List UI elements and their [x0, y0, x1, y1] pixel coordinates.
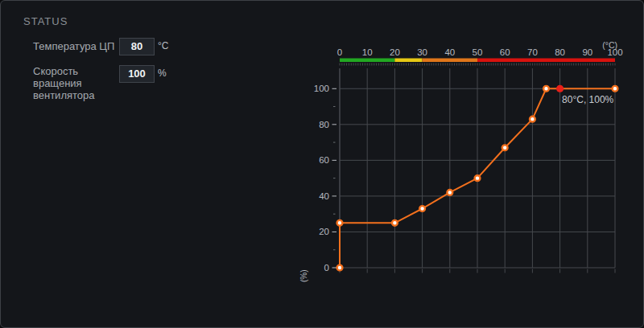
y-tick-label: 100: [314, 84, 329, 93]
fan-curve-point[interactable]: [447, 190, 452, 195]
fan-curve-chart: 0102030405060708090100020406080100(°C)(%…: [291, 33, 637, 306]
x-tick-label: 40: [444, 47, 455, 57]
fan-speed-value: 100: [119, 65, 155, 83]
cpu-temperature-value: 80: [119, 38, 155, 55]
fan-curve-point[interactable]: [613, 86, 618, 92]
x-tick-label: 50: [473, 47, 483, 57]
status-panel-title: STATUS: [23, 15, 68, 27]
x-axis-unit-label: (°C): [602, 40, 617, 50]
fan-curve-point[interactable]: [419, 206, 425, 211]
fan-speed-unit: %: [158, 68, 167, 79]
temperature-band-segment: [394, 59, 422, 63]
fan-curve-point[interactable]: [392, 220, 398, 226]
current-temperature-dot: [556, 85, 564, 92]
x-tick-label: 20: [390, 47, 400, 57]
y-tick-label: 80: [319, 120, 329, 129]
fan-curve-point[interactable]: [530, 117, 535, 122]
x-tick-label: 10: [362, 47, 373, 57]
fan-curve-point[interactable]: [475, 175, 481, 181]
app-window: STATUS Температура ЦП 80 °C Скорость вра…: [0, 0, 644, 328]
y-tick-label: 60: [319, 155, 329, 165]
cpu-temperature-unit: °C: [158, 40, 168, 51]
x-tick-label: 70: [527, 47, 538, 57]
y-tick-label: 0: [324, 263, 329, 273]
x-tick-label: 60: [500, 47, 510, 57]
x-tick-label: 30: [417, 47, 427, 57]
cpu-temperature-label: Температура ЦП: [33, 40, 125, 52]
fan-speed-label: Скорость вращения вентилятора: [33, 65, 125, 101]
fan-curve-point[interactable]: [337, 265, 343, 271]
fan-curve-point[interactable]: [543, 86, 549, 92]
fan-curve-point[interactable]: [502, 145, 508, 150]
x-tick-label: 90: [582, 47, 592, 57]
temperature-band-segment: [423, 59, 477, 63]
y-tick-label: 40: [319, 191, 329, 201]
fan-curve-point[interactable]: [337, 220, 343, 226]
current-point-annotation: 80°C, 100%: [562, 94, 614, 105]
y-tick-label: 20: [319, 227, 329, 236]
x-tick-label: 80: [555, 47, 565, 57]
x-tick-label: 0: [337, 47, 342, 57]
temperature-band-segment: [477, 59, 615, 63]
y-axis-unit-label: (%): [299, 269, 308, 282]
temperature-band-segment: [340, 59, 394, 63]
